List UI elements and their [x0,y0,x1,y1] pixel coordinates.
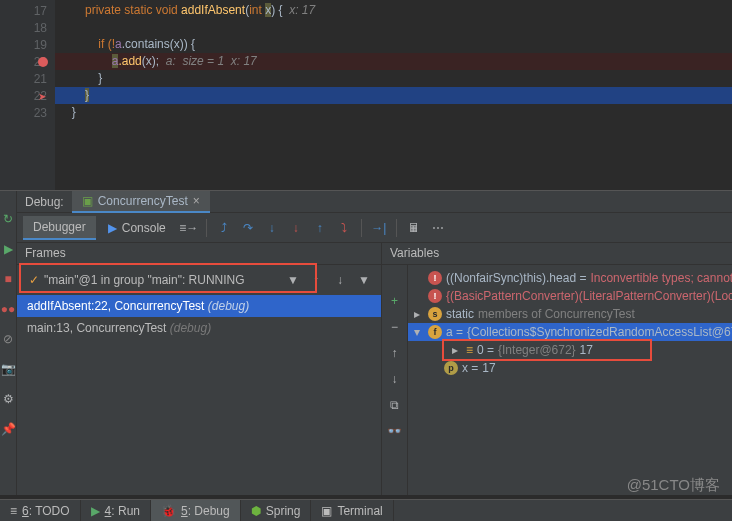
down-icon[interactable]: ↓ [387,371,403,387]
glasses-icon[interactable]: 👓 [387,423,403,439]
variables-panel: Variables + − ↑ ↓ ⧉ 👓 !((NonfairSync)thi… [382,243,732,495]
close-icon[interactable]: × [193,194,200,208]
pin-icon[interactable]: 📌 [0,421,16,437]
tab-terminal[interactable]: ▣Terminal [311,500,393,521]
code-line[interactable]: } [55,104,732,121]
frames-panel: Frames ✓ "main"@1 in group "main": RUNNI… [17,243,382,495]
code-line[interactable] [55,19,732,36]
remove-watch-icon[interactable]: − [387,319,403,335]
show-execution-icon[interactable]: ⤴ [213,217,235,239]
tab-spring[interactable]: ⬢Spring [241,500,312,521]
play-icon: ▶ [91,504,100,518]
debug-left-toolbar: ↻ ▶ ■ ●● ⊘ 📷 ⚙ 📌 [0,191,17,495]
bug-icon: 🐞 [161,504,176,518]
param-icon: p [444,361,458,375]
frames-list: addIfAbsent:22, ConcurrencyTest (debug) … [17,295,381,339]
gutter: 17 18 19 20 21 ➤22 23 [0,0,55,190]
variables-title: Variables [382,243,732,265]
app-icon: ▣ [82,194,93,208]
filter-icon[interactable]: ▼ [353,269,375,291]
line-number[interactable]: 19 [0,36,55,53]
debug-panel: ↻ ▶ ■ ●● ⊘ 📷 ⚙ 📌 Debug: ▣ ConcurrencyTes… [0,190,732,495]
evaluate-icon[interactable]: 🖩 [403,217,425,239]
copy-icon[interactable]: ⧉ [387,397,403,413]
separator [396,219,397,237]
tab-console[interactable]: ▶Console [98,217,176,239]
stop-icon[interactable]: ■ [0,271,16,287]
mute-bp-icon[interactable]: ⊘ [0,331,16,347]
var-row[interactable]: px = 17 [408,359,732,377]
tab-run[interactable]: ▶4: Run [81,500,151,521]
separator [206,219,207,237]
trace-icon[interactable]: ⋯ [427,217,449,239]
debug-config-tab[interactable]: ▣ ConcurrencyTest × [72,191,210,213]
var-row[interactable]: ▸≡ 0 = {Integer@672} 17 [408,341,732,359]
console-icon: ▶ [108,221,117,235]
debug-main: Debug: ▣ ConcurrencyTest × Debugger ▶Con… [17,191,732,495]
var-row[interactable]: !{(BasicPatternConverter)(LiteralPattern… [408,287,732,305]
debug-label: Debug: [17,195,72,209]
separator [361,219,362,237]
code-line[interactable]: } [55,87,732,104]
camera-icon[interactable]: 📷 [0,361,16,377]
rerun-icon[interactable]: ↻ [0,211,16,227]
code-editor: 17 18 19 20 21 ➤22 23 private static voi… [0,0,732,190]
line-number[interactable]: 17 [0,2,55,19]
sort-icon[interactable]: ≡→ [178,217,200,239]
terminal-icon: ▣ [321,504,332,518]
tab-debug[interactable]: 🐞5: Debug [151,500,241,521]
code-line[interactable]: a.add(x); a: size = 1 x: 17 [55,53,732,70]
code-line[interactable]: } [55,70,732,87]
spring-icon: ⬢ [251,504,261,518]
debug-toolbar: Debugger ▶Console ≡→ ⤴ ↷ ↓ ↓ ↑ ⤵ →| 🖩 ⋯ [17,213,732,243]
step-into-icon[interactable]: ↓ [261,217,283,239]
code-line[interactable]: if (!a.contains(x)) { [55,36,732,53]
resume-icon[interactable]: ▶ [0,241,16,257]
frame-row[interactable]: main:13, ConcurrencyTest (debug) [17,317,381,339]
breakpoints-icon[interactable]: ●● [0,301,16,317]
code-line[interactable]: private static void addIfAbsent(int x) {… [55,2,732,19]
error-icon: ! [428,271,442,285]
debug-header: Debug: ▣ ConcurrencyTest × [17,191,732,213]
frames-title: Frames [17,243,381,265]
var-row[interactable]: !((NonfairSync)this).head = Inconvertibl… [408,269,732,287]
line-number[interactable]: 20 [0,53,55,70]
code-body[interactable]: private static void addIfAbsent(int x) {… [55,0,732,190]
variables-tree: !((NonfairSync)this).head = Inconvertibl… [408,265,732,495]
force-step-into-icon[interactable]: ↓ [285,217,307,239]
tab-todo[interactable]: ≡ 6: TODO [0,500,81,521]
highlight-box [442,339,652,361]
next-frame-icon[interactable]: ↓ [329,269,351,291]
bottom-toolbar: ≡ 6: TODO ▶4: Run 🐞5: Debug ⬢Spring ▣Ter… [0,499,732,521]
error-icon: ! [428,289,442,303]
vars-toolbar: + − ↑ ↓ ⧉ 👓 [382,265,408,495]
frame-row[interactable]: addIfAbsent:22, ConcurrencyTest (debug) [17,295,381,317]
line-number[interactable]: 21 [0,70,55,87]
watermark: @51CTO博客 [627,476,720,495]
breakpoint-icon[interactable] [38,57,48,67]
settings-icon[interactable]: ⚙ [0,391,16,407]
execution-point-icon: ➤ [38,91,48,101]
line-number[interactable]: 18 [0,19,55,36]
line-number[interactable]: 23 [0,104,55,121]
line-number[interactable]: ➤22 [0,87,55,104]
frames-toolbar: ✓ "main"@1 in group "main": RUNNING ▼ ↑ … [17,265,381,295]
static-icon: s [428,307,442,321]
step-over-icon[interactable]: ↷ [237,217,259,239]
field-icon: f [428,325,442,339]
highlight-box [19,263,317,293]
drop-frame-icon[interactable]: ⤵ [333,217,355,239]
add-watch-icon[interactable]: + [387,293,403,309]
debug-body: Frames ✓ "main"@1 in group "main": RUNNI… [17,243,732,495]
up-icon[interactable]: ↑ [387,345,403,361]
run-to-cursor-icon[interactable]: →| [368,217,390,239]
tab-debugger[interactable]: Debugger [23,216,96,240]
step-out-icon[interactable]: ↑ [309,217,331,239]
var-row[interactable]: ▸sstatic members of ConcurrencyTest [408,305,732,323]
